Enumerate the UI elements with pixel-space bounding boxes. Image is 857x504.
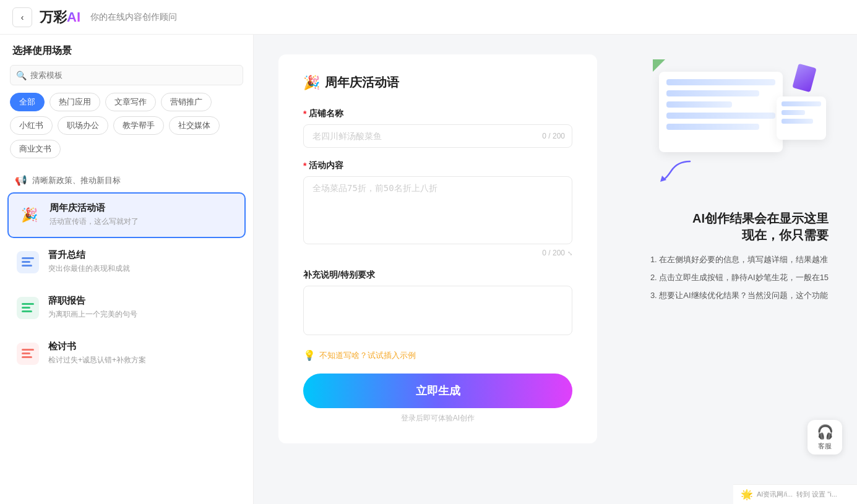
illus-main-card <box>659 72 783 152</box>
announcement-icon: 📢 <box>15 174 27 186</box>
template-name-reflection: 检讨书 <box>48 341 238 352</box>
supplement-input[interactable] <box>303 286 572 335</box>
bottom-banner-text: AI资讯网/i... 转到 设置 "i... <box>757 490 837 499</box>
form-card: 🎉 周年庆活动语 * 店铺名称 0 / 200 <box>278 54 597 443</box>
back-button[interactable]: ‹ <box>12 7 32 27</box>
supplement-group: 补充说明/特别要求 <box>303 270 572 337</box>
form-title: 🎉 周年庆活动语 <box>303 74 572 91</box>
preview-steps: 1. 在左侧填好必要的信息，填写越详细，结果越准 2. 点击立即生成按钮，静待A… <box>650 254 829 302</box>
sidebar: 选择使用场景 🔍 全部 热门应用 文章写作 营销推广 小红书 职场办公 教学帮手… <box>0 35 254 504</box>
template-info-reflection: 检讨书 检讨过失+诚恳认错+补救方案 <box>48 341 238 365</box>
illus-mini-line-2 <box>782 110 805 115</box>
svg-rect-7 <box>22 310 32 312</box>
search-icon: 🔍 <box>16 70 27 80</box>
svg-rect-9 <box>22 349 34 351</box>
preview-step-2: 2. 点击立即生成按钮，静待AI妙笔生花，一般在15 <box>650 271 829 284</box>
illus-line-1 <box>666 79 775 85</box>
hint-link[interactable]: 💡 不知道写啥？试试插入示例 <box>303 349 572 361</box>
activity-content-input[interactable] <box>303 176 572 244</box>
tag-social[interactable]: 社交媒体 <box>169 116 220 135</box>
resize-handle-1: ⤡ <box>567 250 572 257</box>
template-name-promotion: 晋升总结 <box>48 249 238 261</box>
tag-hot[interactable]: 热门应用 <box>50 93 100 111</box>
required-star-1: * <box>303 109 306 119</box>
customer-service-button[interactable]: 🎧 客服 <box>807 420 842 455</box>
hint-text: 不知道写啥？试试插入示例 <box>319 350 416 361</box>
preview-illustration <box>653 59 826 195</box>
tag-business[interactable]: 商业文书 <box>10 140 61 158</box>
tag-article[interactable]: 文章写作 <box>105 93 156 111</box>
tag-marketing[interactable]: 营销推广 <box>161 93 212 111</box>
svg-rect-3 <box>22 265 32 267</box>
bottom-banner: 🌟 AI资讯网/i... 转到 设置 "i... <box>733 484 857 504</box>
illus-line-4 <box>666 113 775 119</box>
store-name-count: 0 / 200 <box>542 132 565 140</box>
form-title-icon: 🎉 <box>303 75 320 91</box>
supplement-label: 补充说明/特别要求 <box>303 270 572 281</box>
generate-button[interactable]: 立即生成 <box>303 374 572 408</box>
template-desc-resignation: 为离职画上一个完美的句号 <box>48 309 238 320</box>
template-item-anniversary[interactable]: 🎉 周年庆活动语 活动宣传语，这么写就对了 <box>7 192 246 238</box>
cs-icon: 🎧 <box>817 424 833 440</box>
svg-rect-1 <box>22 257 34 259</box>
illus-line-5 <box>666 124 759 130</box>
preview-title: AI创作结果会在显示这里 现在，你只需要 <box>650 210 829 244</box>
template-desc-promotion: 突出你最佳的表现和成就 <box>48 263 238 274</box>
header: ‹ 万彩AI 你的在线内容创作顾问 <box>0 0 857 35</box>
template-icon-anniversary: 🎉 <box>16 202 42 228</box>
illus-mini-line-3 <box>782 119 813 124</box>
hint-icon: 💡 <box>303 349 316 361</box>
activity-content-footer: 0 / 200 ⤡ <box>303 249 572 257</box>
template-item-resignation[interactable]: 辞职报告 为离职画上一个完美的句号 <box>7 286 246 330</box>
form-area: 🎉 周年庆活动语 * 店铺名称 0 / 200 <box>254 35 622 504</box>
tag-office[interactable]: 职场办公 <box>58 116 108 135</box>
search-input[interactable] <box>10 65 243 85</box>
template-info-resignation: 辞职报告 为离职画上一个完美的句号 <box>48 295 238 320</box>
store-name-group: * 店铺名称 0 / 200 <box>303 108 572 148</box>
logo-text: 万彩AI <box>40 8 80 27</box>
template-info-anniversary: 周年庆活动语 活动宣传语，这么写就对了 <box>50 202 237 227</box>
logo-subtitle: 你的在线内容创作顾问 <box>90 12 177 23</box>
activity-content-count: 0 / 200 <box>542 249 565 257</box>
illus-mini-line-1 <box>782 101 821 106</box>
form-title-text: 周年庆活动语 <box>325 74 399 91</box>
template-item-promotion[interactable]: 晋升总结 突出你最佳的表现和成就 <box>7 241 246 284</box>
illus-line-3 <box>666 101 732 108</box>
store-name-input[interactable] <box>303 124 572 148</box>
preview-description: AI创作结果会在显示这里 现在，你只需要 1. 在左侧填好必要的信息，填写越详细… <box>650 210 829 307</box>
tag-all[interactable]: 全部 <box>10 93 45 111</box>
template-list: 📢 清晰新政策、推动新目标 🎉 周年庆活动语 活动宣传语，这么写就对了 <box>0 163 253 504</box>
purple-page-decoration <box>792 64 816 92</box>
template-name-anniversary: 周年庆活动语 <box>50 202 237 214</box>
tag-xiaohongshu[interactable]: 小红书 <box>10 116 53 135</box>
template-item-reflection[interactable]: 检讨书 检讨过失+诚恳认错+补救方案 <box>7 332 246 375</box>
template-desc-anniversary: 活动宣传语，这么写就对了 <box>50 216 237 227</box>
cs-label: 客服 <box>818 442 832 451</box>
svg-rect-11 <box>22 356 32 358</box>
green-decoration <box>653 59 665 72</box>
main-content: 选择使用场景 🔍 全部 热门应用 文章写作 营销推广 小红书 职场办公 教学帮手… <box>0 35 857 504</box>
template-desc-reflection: 检讨过失+诚恳认错+补救方案 <box>48 355 238 365</box>
announcement-item: 📢 清晰新政策、推动新目标 <box>7 168 246 192</box>
sidebar-title: 选择使用场景 <box>0 35 253 65</box>
template-name-resignation: 辞职报告 <box>48 295 238 307</box>
svg-rect-6 <box>22 307 30 309</box>
preview-step-1: 1. 在左侧填好必要的信息，填写越详细，结果越准 <box>650 254 829 267</box>
activity-content-group: * 活动内容 0 / 200 ⤡ <box>303 160 572 257</box>
svg-rect-5 <box>22 303 34 305</box>
back-icon: ‹ <box>21 12 24 22</box>
svg-marker-13 <box>653 59 665 72</box>
template-icon-promotion <box>15 249 41 275</box>
filter-tags: 全部 热门应用 文章写作 营销推广 小红书 职场办公 教学帮手 社交媒体 商业文… <box>0 93 253 163</box>
bottom-banner-icon: 🌟 <box>741 489 753 500</box>
svg-rect-2 <box>22 261 30 263</box>
template-icon-resignation <box>15 295 41 321</box>
illus-mini-card <box>777 96 826 140</box>
store-name-input-wrapper: 0 / 200 <box>303 124 572 148</box>
required-star-2: * <box>303 161 306 171</box>
tag-teaching[interactable]: 教学帮手 <box>113 116 164 135</box>
activity-content-label: * 活动内容 <box>303 160 572 171</box>
illus-line-2 <box>666 90 759 96</box>
preview-step-3: 3. 想要让AI继续优化结果？当然没问题，这个功能 <box>650 289 829 302</box>
template-icon-reflection <box>15 341 41 367</box>
